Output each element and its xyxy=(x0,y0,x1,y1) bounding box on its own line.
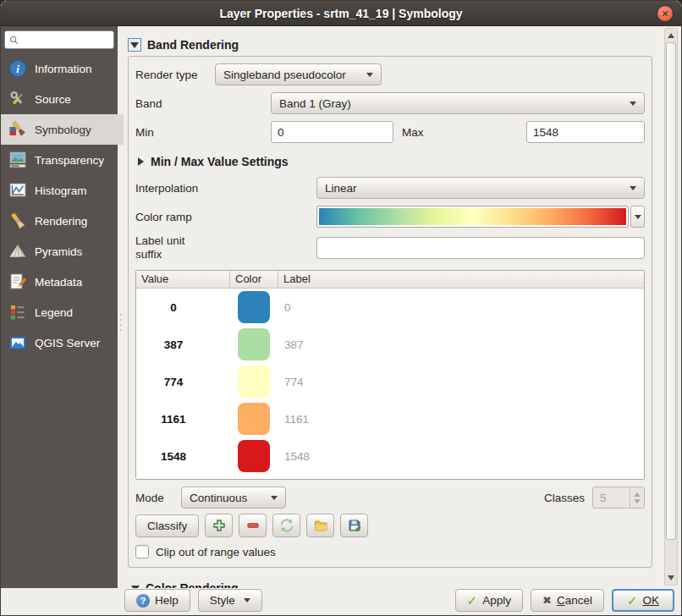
label-column-header[interactable]: Label xyxy=(278,271,644,288)
ok-button[interactable]: ✓ OK xyxy=(612,589,674,612)
splitter-handle[interactable] xyxy=(119,314,123,336)
color-swatch[interactable] xyxy=(238,440,270,472)
color-swatch[interactable] xyxy=(238,366,270,398)
value-column-header[interactable]: Value xyxy=(136,271,229,288)
information-icon: i xyxy=(8,59,27,78)
classes-value: 5 xyxy=(593,492,630,504)
sidebar-item-pyramids[interactable]: Pyramids xyxy=(1,236,118,267)
sidebar-item-symbology[interactable]: Symbology xyxy=(1,114,124,145)
color-swatch[interactable] xyxy=(238,403,270,435)
scroll-down-icon[interactable] xyxy=(665,572,677,584)
sidebar-item-information[interactable]: iInformation xyxy=(1,53,118,84)
save-button[interactable] xyxy=(340,514,368,537)
add-value-button[interactable] xyxy=(205,514,233,537)
sidebar-item-source[interactable]: Source xyxy=(1,84,118,114)
sidebar-search[interactable] xyxy=(4,30,114,49)
table-row[interactable]: 11611161 xyxy=(136,400,644,437)
table-row[interactable]: 387387 xyxy=(136,326,644,363)
help-button[interactable]: ? Help xyxy=(124,589,190,612)
sidebar-item-legend[interactable]: Legend xyxy=(1,297,118,327)
color-cell[interactable] xyxy=(229,440,278,472)
table-row[interactable]: 00 xyxy=(136,289,644,326)
sidebar-item-label: Information xyxy=(35,63,92,75)
remove-value-button[interactable] xyxy=(239,514,267,537)
svg-text:i: i xyxy=(16,63,19,75)
search-input[interactable] xyxy=(22,34,109,46)
qgis-server-icon xyxy=(8,333,27,352)
sidebar-item-label: QGIS Server xyxy=(35,337,100,349)
render-type-select[interactable]: Singleband pseudocolor xyxy=(215,63,382,85)
value-cell: 774 xyxy=(136,376,229,388)
table-row[interactable]: 15481548 xyxy=(136,437,644,475)
color-ramp-button[interactable] xyxy=(316,206,629,228)
scroll-up-icon[interactable] xyxy=(665,30,677,41)
band-rendering-title: Band Rendering xyxy=(147,38,239,52)
style-button[interactable]: Style xyxy=(198,589,262,612)
help-icon: ? xyxy=(136,594,150,608)
vertical-scrollbar[interactable] xyxy=(664,28,678,586)
scrollbar-thumb[interactable] xyxy=(666,42,676,540)
color-column-header[interactable]: Color xyxy=(229,271,278,288)
sidebar-item-label: Legend xyxy=(35,306,73,319)
sidebar-item-histogram[interactable]: Histogram xyxy=(1,175,118,206)
label-unit-suffix-input[interactable] xyxy=(316,237,645,259)
label-cell: 1161 xyxy=(278,413,644,426)
mode-select[interactable]: Continuous xyxy=(181,487,286,509)
label-cell: 1548 xyxy=(278,450,644,463)
legend-icon xyxy=(8,303,27,322)
sidebar-item-metadata[interactable]: Metadata xyxy=(1,267,118,297)
cancel-button[interactable]: ✖ Cancel xyxy=(531,589,604,612)
layer-properties-dialog: Layer Properties - srtm_41_19 | Symbolog… xyxy=(0,0,682,616)
chevron-down-icon xyxy=(630,102,636,106)
min-input[interactable] xyxy=(271,121,393,143)
interpolation-select[interactable]: Linear xyxy=(316,177,645,199)
table-body: 003873877747741161116115481548 xyxy=(136,289,644,479)
chevron-down-icon xyxy=(244,598,250,602)
band-select[interactable]: Band 1 (Gray) xyxy=(271,92,645,114)
sidebar-item-label: Pyramids xyxy=(35,245,82,258)
color-map-table[interactable]: Value Color Label 0038738777477411611161… xyxy=(135,270,645,480)
band-rendering-groupbox: Render type Singleband pseudocolor Band … xyxy=(128,56,652,568)
minmax-settings-header[interactable]: Min / Max Value Settings xyxy=(135,153,645,170)
max-label: Max xyxy=(402,126,424,139)
titlebar[interactable]: Layer Properties - srtm_41_19 | Symbolog… xyxy=(1,1,681,26)
color-cell[interactable] xyxy=(229,291,278,323)
color-ramp-menu-button[interactable] xyxy=(630,206,645,228)
color-ramp-label: Color ramp xyxy=(135,211,316,223)
classes-label: Classes xyxy=(544,492,585,504)
window-title: Layer Properties - srtm_41_19 | Symbolog… xyxy=(219,7,462,20)
check-icon: ✓ xyxy=(627,594,638,607)
open-file-button[interactable] xyxy=(306,514,334,537)
histogram-icon xyxy=(8,181,27,200)
max-input[interactable] xyxy=(526,121,645,143)
sidebar-item-label: Metadata xyxy=(35,276,82,289)
color-swatch[interactable] xyxy=(238,328,270,360)
minmax-settings-title: Min / Max Value Settings xyxy=(151,155,289,168)
min-label: Min xyxy=(135,126,271,139)
load-ramp-button[interactable] xyxy=(272,514,300,537)
color-swatch[interactable] xyxy=(238,291,270,323)
color-cell[interactable] xyxy=(229,328,278,360)
collapse-arrow-icon[interactable] xyxy=(128,38,141,52)
symbology-panel: Band Rendering Render type Singleband ps… xyxy=(124,26,681,588)
sidebar-item-label: Symbology xyxy=(35,124,91,136)
apply-button[interactable]: ✓ Apply xyxy=(455,589,523,612)
classify-button[interactable]: Classify xyxy=(135,514,199,537)
label-unit-suffix-label: Label unit suffix xyxy=(135,234,316,261)
clip-range-checkbox[interactable] xyxy=(135,545,149,558)
sidebar-item-qgis-server[interactable]: QGIS Server xyxy=(1,327,118,358)
sidebar-item-transparency[interactable]: Transparency xyxy=(1,145,118,175)
x-icon: ✖ xyxy=(542,595,552,606)
chevron-down-icon xyxy=(271,496,278,500)
spin-down-icon xyxy=(634,499,641,503)
sidebar-item-list: iInformationSourceSymbologyTransparencyH… xyxy=(1,53,124,358)
render-type-label: Render type xyxy=(135,69,215,81)
color-cell[interactable] xyxy=(229,403,278,435)
sidebar-item-label: Histogram xyxy=(35,184,87,197)
sidebar-item-rendering[interactable]: Rendering xyxy=(1,206,118,236)
color-cell[interactable] xyxy=(229,366,278,398)
close-button[interactable]: ✕ xyxy=(657,5,674,22)
table-row[interactable]: 774774 xyxy=(136,363,644,400)
interpolation-label: Interpolation xyxy=(135,182,316,195)
source-icon xyxy=(8,90,27,108)
